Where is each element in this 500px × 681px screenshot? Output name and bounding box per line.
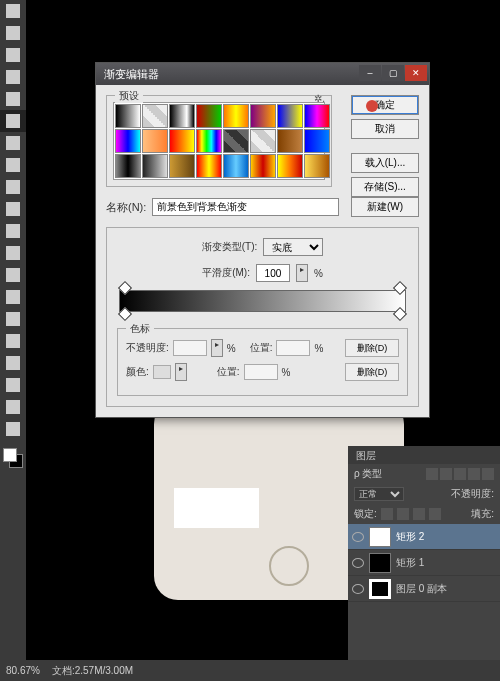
smoothness-input[interactable] xyxy=(256,264,290,282)
tool-zoom[interactable] xyxy=(0,418,26,440)
new-button[interactable]: 新建(W) xyxy=(351,197,419,217)
preset-swatch[interactable] xyxy=(277,129,303,153)
visibility-eye-icon[interactable] xyxy=(352,558,364,568)
tool-lasso[interactable] xyxy=(0,44,26,66)
preset-swatch[interactable] xyxy=(169,129,195,153)
tool-eraser[interactable] xyxy=(0,220,26,242)
type-label: 渐变类型(T): xyxy=(202,240,258,254)
filter-smart-icon[interactable] xyxy=(482,468,494,480)
layer-name: 矩形 1 xyxy=(396,556,424,570)
tool-path[interactable] xyxy=(0,352,26,374)
preset-swatch[interactable] xyxy=(115,154,141,178)
layer-thumbnail xyxy=(369,579,391,599)
lock-position-icon[interactable] xyxy=(413,508,425,520)
visibility-eye-icon[interactable] xyxy=(352,532,364,542)
preset-swatch[interactable] xyxy=(223,104,249,128)
tool-move[interactable] xyxy=(0,0,26,22)
tool-stamp[interactable] xyxy=(0,176,26,198)
zoom-level[interactable]: 80.67% xyxy=(6,665,40,676)
preset-swatch[interactable] xyxy=(250,104,276,128)
color-picker-arrow[interactable]: ▸ xyxy=(175,363,187,381)
tool-marquee[interactable] xyxy=(0,22,26,44)
preset-swatch[interactable] xyxy=(277,104,303,128)
lock-all-icon[interactable] xyxy=(429,508,441,520)
lock-transparent-icon[interactable] xyxy=(381,508,393,520)
tool-crop[interactable] xyxy=(0,88,26,110)
load-button[interactable]: 载入(L)... xyxy=(351,153,419,173)
foreground-color-swatch[interactable] xyxy=(3,448,17,462)
preset-swatch[interactable] xyxy=(196,104,222,128)
tool-heal[interactable] xyxy=(0,132,26,154)
tool-dodge[interactable] xyxy=(0,286,26,308)
visibility-eye-icon[interactable] xyxy=(352,584,364,594)
blend-mode-select[interactable]: 正常 xyxy=(354,487,404,501)
tool-pen[interactable] xyxy=(0,308,26,330)
preset-swatch[interactable] xyxy=(223,129,249,153)
preset-swatch[interactable] xyxy=(250,154,276,178)
filter-adjust-icon[interactable] xyxy=(440,468,452,480)
opacity-position-label: 位置: xyxy=(250,341,273,355)
layer-opacity-label: 不透明度: xyxy=(451,487,494,501)
layer-thumbnail xyxy=(369,527,391,547)
preset-swatch[interactable] xyxy=(277,154,303,178)
preset-swatch[interactable] xyxy=(142,104,168,128)
preset-swatch[interactable] xyxy=(196,129,222,153)
document-size: 文档:2.57M/3.00M xyxy=(52,664,133,678)
opacity-position-input[interactable] xyxy=(276,340,310,356)
preset-swatch[interactable] xyxy=(304,154,330,178)
tool-gradient[interactable] xyxy=(0,242,26,264)
preset-swatch[interactable] xyxy=(304,104,330,128)
preset-swatch[interactable] xyxy=(169,154,195,178)
gradient-type-select[interactable]: 实底 xyxy=(263,238,323,256)
window-close[interactable]: ✕ xyxy=(405,65,427,81)
cancel-button[interactable]: 取消 xyxy=(351,119,419,139)
window-minimize[interactable]: – xyxy=(359,65,381,81)
window-maximize[interactable]: ▢ xyxy=(382,65,404,81)
phone-screen xyxy=(174,488,259,528)
preset-swatch[interactable] xyxy=(142,129,168,153)
opacity-stop-label: 不透明度: xyxy=(126,341,169,355)
tool-hand[interactable] xyxy=(0,396,26,418)
smoothness-label: 平滑度(M): xyxy=(202,266,250,280)
preset-swatch[interactable] xyxy=(223,154,249,178)
color-stop-swatch[interactable] xyxy=(153,365,171,379)
filter-text-icon[interactable] xyxy=(454,468,466,480)
preset-swatch[interactable] xyxy=(169,104,195,128)
color-picker[interactable] xyxy=(3,448,23,468)
gradient-name-input[interactable] xyxy=(152,198,339,216)
tool-eyedropper[interactable] xyxy=(0,110,26,132)
preset-swatch[interactable] xyxy=(304,129,330,153)
layer-item[interactable]: 图层 0 副本 xyxy=(348,576,500,602)
opacity-spinner[interactable]: ▸ xyxy=(211,339,223,357)
filter-shape-icon[interactable] xyxy=(468,468,480,480)
phone-home-button xyxy=(269,546,309,586)
preset-swatch[interactable] xyxy=(250,129,276,153)
ok-button[interactable]: 确定 xyxy=(351,95,419,115)
tool-shape[interactable] xyxy=(0,374,26,396)
dialog-title: 渐变编辑器 xyxy=(104,67,159,82)
tool-blur[interactable] xyxy=(0,264,26,286)
opacity-stop-input[interactable] xyxy=(173,340,207,356)
layer-item[interactable]: 矩形 2 xyxy=(348,524,500,550)
preset-swatch[interactable] xyxy=(196,154,222,178)
preset-swatch[interactable] xyxy=(115,129,141,153)
delete-opacity-stop[interactable]: 删除(D) xyxy=(345,339,399,357)
delete-color-stop[interactable]: 删除(D) xyxy=(345,363,399,381)
save-button[interactable]: 存储(S)... xyxy=(351,177,419,197)
preset-swatch[interactable] xyxy=(142,154,168,178)
presets-menu-icon[interactable]: ✲. xyxy=(314,93,325,104)
lock-pixels-icon[interactable] xyxy=(397,508,409,520)
tool-text[interactable] xyxy=(0,330,26,352)
preset-swatch[interactable] xyxy=(115,104,141,128)
color-position-input[interactable] xyxy=(244,364,278,380)
layer-item[interactable]: 矩形 1 xyxy=(348,550,500,576)
tool-wand[interactable] xyxy=(0,66,26,88)
layers-tab[interactable]: 图层 xyxy=(348,446,500,464)
dialog-titlebar[interactable]: 渐变编辑器 – ▢ ✕ xyxy=(96,63,429,85)
colorstops-label: 色标 xyxy=(126,322,154,336)
filter-pixel-icon[interactable] xyxy=(426,468,438,480)
tool-history-brush[interactable] xyxy=(0,198,26,220)
tool-brush[interactable] xyxy=(0,154,26,176)
smoothness-spinner[interactable]: ▸ xyxy=(296,264,308,282)
gradient-bar[interactable] xyxy=(119,290,406,312)
